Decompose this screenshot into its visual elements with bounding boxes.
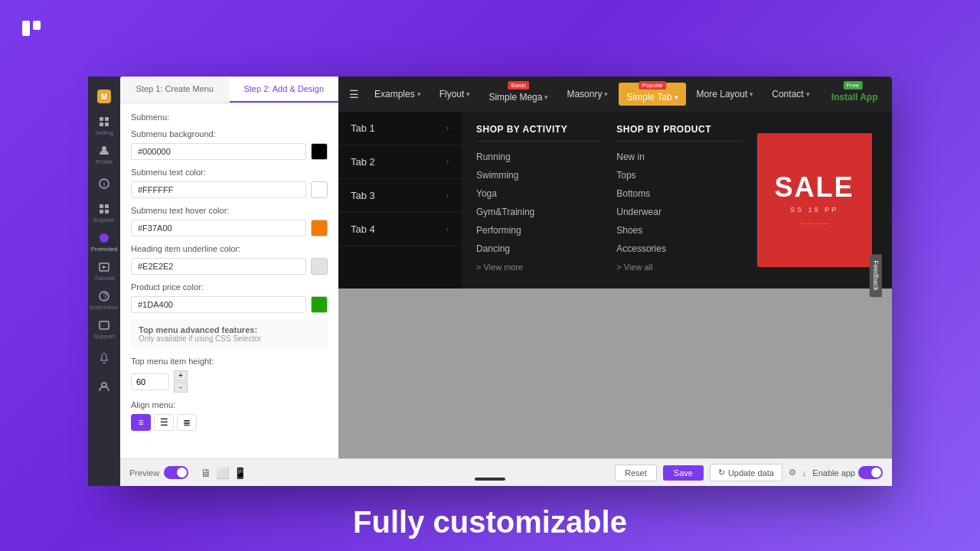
refresh-icon: ↻ bbox=[718, 468, 725, 478]
desktop-icon[interactable]: 🖥 bbox=[201, 467, 211, 479]
align-label: Align menu: bbox=[131, 400, 328, 409]
align-center-button[interactable]: ☰ bbox=[154, 414, 174, 431]
icon-placeholder-2: ↓ bbox=[802, 468, 807, 478]
nav-masonry[interactable]: Masonry ▾ bbox=[559, 86, 616, 103]
sidebar-item-info[interactable]: i bbox=[90, 170, 118, 197]
svg-rect-4 bbox=[100, 122, 103, 126]
chevron-down-icon: ▾ bbox=[750, 90, 753, 98]
menu-link-gym[interactable]: Gym&Training bbox=[476, 203, 601, 221]
feedback-tab[interactable]: Feedback bbox=[870, 254, 882, 297]
menu-tab-4[interactable]: Tab 4 › bbox=[338, 213, 461, 246]
menu-link-bottoms[interactable]: Bottoms bbox=[616, 184, 741, 203]
sale-sub: SS 19 PP bbox=[790, 206, 838, 214]
sidebar-item-profile[interactable]: Profile bbox=[90, 141, 118, 168]
sidebar-item-explore[interactable]: Explore bbox=[90, 199, 118, 227]
menu-link-yoga[interactable]: Yoga bbox=[476, 184, 601, 203]
device-icons: 🖥 ⬜ 📱 bbox=[201, 467, 247, 479]
nav-simple-tab[interactable]: Popular Simple Tab ▾ bbox=[619, 83, 685, 106]
update-button[interactable]: ↻ Update data bbox=[710, 464, 782, 481]
tablet-icon[interactable]: ⬜ bbox=[216, 467, 229, 479]
heading-underline-input[interactable] bbox=[131, 258, 306, 275]
advanced-subtitle: Only available if using CSS Selector bbox=[139, 334, 320, 343]
align-left-button[interactable]: ≡ bbox=[131, 414, 151, 431]
advanced-title: Top menu advanced features: bbox=[139, 325, 320, 334]
enable-app-toggle[interactable] bbox=[858, 466, 883, 479]
advanced-features: Top menu advanced features: Only availab… bbox=[131, 319, 328, 349]
submenu-text-swatch[interactable] bbox=[311, 181, 328, 198]
submenu-text-input[interactable] bbox=[131, 181, 306, 198]
sidebar-item-instruction[interactable]: ? Instruction bbox=[90, 286, 118, 314]
nav-flyout[interactable]: Flyout ▾ bbox=[432, 86, 479, 103]
submenu-bg-swatch[interactable] bbox=[311, 143, 328, 160]
chevron-down-icon: ▾ bbox=[417, 90, 421, 98]
tab-create-menu[interactable]: Step 1: Create Menu bbox=[120, 77, 230, 103]
submenu-bg-input[interactable] bbox=[131, 143, 306, 160]
height-steppers: + - bbox=[174, 370, 188, 393]
menu-tab-3[interactable]: Tab 3 › bbox=[338, 179, 461, 213]
height-decrement[interactable]: - bbox=[174, 382, 188, 393]
preview-label: Preview bbox=[129, 468, 159, 478]
menu-link-swimming[interactable]: Swimming bbox=[476, 166, 601, 184]
preview-toggle[interactable] bbox=[164, 466, 188, 479]
sidebar-item-selling[interactable]: Selling bbox=[90, 112, 118, 139]
submenu-hover-label: Submenu text hover color: bbox=[131, 206, 328, 215]
bottom-bar-right: Reset Save ↻ Update data ⚙ ↓ Enable app bbox=[615, 464, 883, 481]
nav-contact[interactable]: Contact ▾ bbox=[764, 86, 817, 103]
nav-more-layout[interactable]: More Layout ▾ bbox=[689, 86, 762, 103]
heading-underline-swatch[interactable] bbox=[311, 258, 328, 275]
sidebar-item-user[interactable] bbox=[90, 373, 118, 401]
svg-text:i: i bbox=[103, 181, 105, 188]
menu-view-more[interactable]: > View more bbox=[476, 258, 601, 276]
menu-tab-2[interactable]: Tab 2 › bbox=[338, 145, 461, 179]
sidebar-item-logo[interactable]: M bbox=[90, 83, 118, 110]
submenu-hover-swatch[interactable] bbox=[311, 220, 328, 236]
menu-link-tops[interactable]: Tops bbox=[616, 166, 741, 184]
save-button[interactable]: Save bbox=[663, 465, 704, 481]
height-increment[interactable]: + bbox=[174, 370, 188, 381]
sidebar-item-support[interactable]: Support bbox=[90, 315, 118, 343]
badge-basic: Basic bbox=[508, 81, 530, 90]
menu-view-all[interactable]: > View all bbox=[616, 258, 741, 276]
nav-examples[interactable]: Examples ▾ bbox=[367, 86, 429, 103]
svg-point-13 bbox=[100, 233, 109, 243]
submenu-bg-field bbox=[131, 143, 328, 160]
submenu-text-field bbox=[131, 181, 328, 198]
left-panel-content: Submenu: Submenu background: Submenu tex… bbox=[120, 103, 338, 486]
menu-link-accessories[interactable]: Accessories bbox=[616, 240, 741, 258]
mega-menu-content: Shop by activity Running Swimming Yoga G… bbox=[461, 112, 892, 289]
sale-banner: SALE SS 19 PP — — — — bbox=[757, 133, 872, 267]
app-logo bbox=[17, 14, 46, 43]
reset-button[interactable]: Reset bbox=[615, 465, 657, 481]
menu-link-dancing[interactable]: Dancing bbox=[476, 240, 601, 258]
sidebar-item-promoted[interactable]: Promoted bbox=[90, 228, 118, 256]
svg-rect-9 bbox=[100, 204, 103, 208]
menu-link-running[interactable]: Running bbox=[476, 148, 601, 166]
svg-rect-12 bbox=[105, 210, 109, 214]
height-input[interactable] bbox=[131, 373, 169, 390]
submenu-hover-input[interactable] bbox=[131, 220, 306, 236]
submenu-text-label: Submenu text color: bbox=[131, 168, 328, 177]
menu-col-product: Shop by product New in Tops Bottoms Unde… bbox=[616, 124, 741, 276]
heading-underline-label: Heading item underline color: bbox=[131, 244, 328, 253]
hamburger-icon[interactable]: ☰ bbox=[349, 88, 359, 100]
menu-tab-1[interactable]: Tab 1 › bbox=[338, 112, 461, 145]
sidebar-item-tutorial[interactable]: Tutorial bbox=[90, 257, 118, 285]
menu-link-shoes[interactable]: Shoes bbox=[616, 221, 741, 240]
nav-install-app[interactable]: Free Install App bbox=[821, 83, 886, 106]
nav-simple-mega[interactable]: Basic Simple Mega ▾ bbox=[481, 83, 556, 106]
menu-link-underwear[interactable]: Underwear bbox=[616, 203, 741, 221]
sidebar-item-notification[interactable] bbox=[90, 344, 118, 372]
align-right-button[interactable]: ≣ bbox=[177, 414, 197, 431]
mobile-icon[interactable]: 📱 bbox=[234, 467, 247, 479]
tab-add-design[interactable]: Step 2: Add & Design bbox=[230, 77, 339, 103]
svg-rect-0 bbox=[22, 21, 30, 36]
mega-menu-tabs: Tab 1 › Tab 2 › Tab 3 › Tab 4 › bbox=[338, 112, 461, 289]
menu-link-performing[interactable]: Performing bbox=[476, 221, 601, 240]
price-color-input[interactable] bbox=[131, 296, 306, 313]
preview-toggle-area: Preview bbox=[129, 466, 188, 479]
menu-link-new-in[interactable]: New in bbox=[616, 148, 741, 166]
chevron-down-icon: ▾ bbox=[466, 90, 470, 98]
svg-rect-11 bbox=[100, 210, 103, 214]
preview-area bbox=[338, 289, 892, 486]
price-color-swatch[interactable] bbox=[311, 296, 328, 313]
